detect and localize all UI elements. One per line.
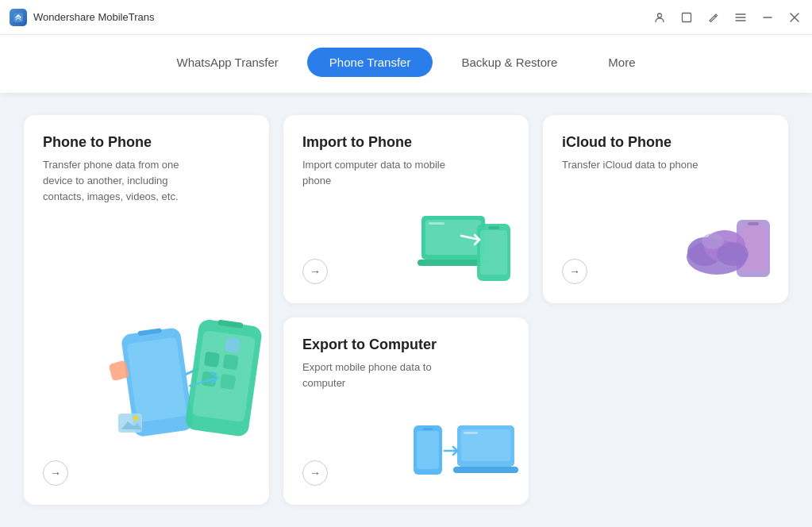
card-import-content: Import to Phone Import computer data to … [302,134,510,189]
nav-bar: WhatsApp Transfer Phone Transfer Backup … [0,35,812,93]
edit-icon[interactable] [706,10,722,25]
window-icon[interactable] [679,10,695,25]
card-export-desc: Export mobile phone data to computer [302,360,461,391]
svg-rect-17 [201,371,217,387]
main-content: Phone to Phone Transfer phone data from … [0,93,812,527]
svg-rect-19 [109,360,130,382]
svg-point-35 [704,230,745,262]
svg-rect-16 [222,354,238,370]
svg-rect-23 [421,216,485,260]
svg-rect-26 [429,222,444,225]
icloud-illustration [677,208,780,295]
svg-rect-38 [414,425,442,475]
svg-rect-13 [192,330,256,422]
card-import-title: Import to Phone [302,134,510,151]
card-import-desc: Import computer data to mobile phone [302,157,461,189]
svg-rect-27 [477,224,510,281]
app-title: Wondershare MobileTrans [33,11,154,23]
profile-icon[interactable] [652,10,668,25]
svg-rect-20 [225,337,241,354]
svg-point-1 [658,13,662,17]
svg-rect-28 [480,230,507,275]
svg-rect-14 [217,320,244,329]
svg-point-22 [133,416,138,421]
card-export-title: Export to Computer [302,337,510,353]
svg-point-34 [687,237,722,266]
svg-point-37 [702,233,724,249]
card-icloud-title: iCloud to Phone [562,134,769,151]
svg-rect-25 [418,260,489,266]
import-illustration [418,208,521,295]
svg-rect-15 [204,352,220,367]
app-icon [10,9,27,26]
svg-point-36 [717,242,749,266]
phone-to-phone-illustration [102,298,269,473]
card-import-arrow[interactable]: → [302,259,328,284]
svg-rect-31 [740,226,767,271]
svg-rect-41 [457,425,514,467]
svg-rect-29 [488,226,499,229]
card-export-content: Export to Computer Export mobile phone d… [302,337,510,391]
card-phone-to-phone-content: Phone to Phone Transfer phone data from … [43,134,250,205]
svg-rect-18 [220,374,236,390]
svg-rect-24 [425,220,481,255]
svg-rect-2 [683,13,691,21]
card-phone-to-phone-arrow[interactable]: → [43,460,68,486]
minimize-button[interactable] [760,10,775,25]
card-import-to-phone: Import to Phone Import computer data to … [283,115,529,303]
svg-rect-44 [464,432,478,434]
titlebar-controls [652,10,802,25]
tab-more[interactable]: More [586,48,657,77]
card-icloud-arrow[interactable]: → [562,259,587,284]
menu-icon[interactable] [733,10,749,25]
svg-rect-9 [121,327,194,437]
svg-rect-11 [137,328,162,336]
svg-rect-32 [748,222,759,225]
svg-rect-12 [184,318,263,437]
card-icloud-content: iCloud to Phone Transfer iCloud data to … [562,134,769,173]
card-export-to-computer: Export to Computer Export mobile phone d… [283,317,529,506]
export-illustration [410,410,521,497]
svg-rect-43 [453,467,518,473]
svg-point-33 [687,240,747,275]
svg-rect-42 [461,429,510,461]
card-phone-to-phone-desc: Transfer phone data from one device to a… [43,157,202,205]
tab-phone[interactable]: Phone Transfer [307,48,433,77]
svg-rect-40 [423,428,433,430]
close-button[interactable] [787,10,802,25]
svg-rect-30 [737,220,770,277]
svg-rect-39 [417,431,439,469]
tab-backup[interactable]: Backup & Restore [439,48,579,77]
svg-rect-21 [118,414,142,433]
titlebar: Wondershare MobileTrans [0,0,812,35]
card-export-arrow[interactable]: → [302,460,328,486]
card-phone-to-phone-title: Phone to Phone [43,134,250,151]
tab-whatsapp[interactable]: WhatsApp Transfer [154,48,300,77]
card-phone-to-phone: Phone to Phone Transfer phone data from … [24,115,269,505]
card-icloud-to-phone: iCloud to Phone Transfer iCloud data to … [543,115,788,303]
svg-rect-10 [126,337,187,423]
card-icloud-desc: Transfer iCloud data to phone [562,157,721,173]
titlebar-left: Wondershare MobileTrans [10,9,154,26]
